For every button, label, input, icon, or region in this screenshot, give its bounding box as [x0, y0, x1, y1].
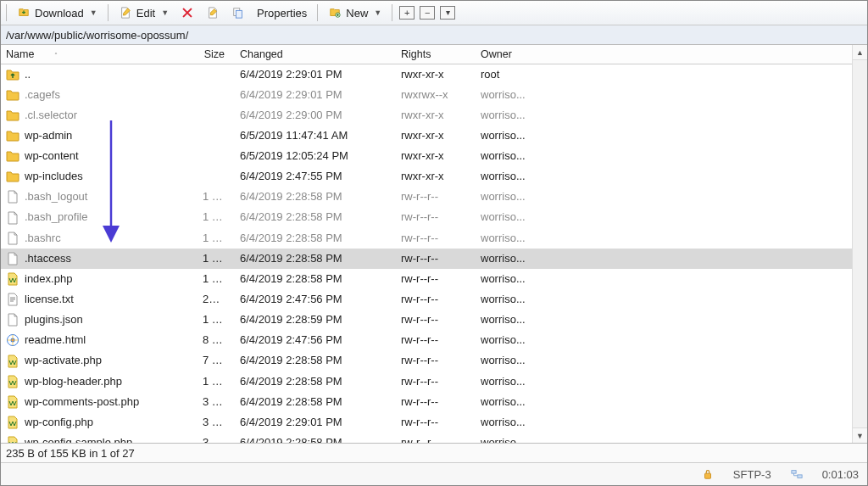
file-row[interactable]: .bash_logout1 KB6/4/2019 2:28:58 PMrw-r-…: [1, 187, 852, 207]
file-row[interactable]: wp-config.php3 KB6/4/2019 2:29:01 PMrw-r…: [1, 412, 852, 433]
file-changed: 6/4/2019 2:28:58 PM: [235, 269, 396, 289]
file-row[interactable]: wp-blog-header.php1 KB6/4/2019 2:28:58 P…: [1, 371, 852, 392]
dropdown-icon: ▼: [90, 8, 97, 17]
file-row[interactable]: .cagefs6/4/2019 2:29:01 PMrwxrwx--xworri…: [1, 85, 852, 105]
file-owner: worriso...: [476, 350, 548, 371]
col-name[interactable]: Name˄: [1, 45, 198, 64]
file-size: [198, 64, 235, 85]
file-row[interactable]: wp-comments-post.php3 KB6/4/2019 2:28:58…: [1, 392, 852, 412]
file-owner: worriso...: [476, 269, 548, 289]
file-changed: 6/4/2019 2:28:58 PM: [235, 249, 396, 269]
file-size: [198, 146, 235, 166]
path-bar[interactable]: /var/www/public/worrisome-opossum/: [1, 25, 867, 45]
file-rights: rwxr-xr-x: [396, 166, 476, 187]
file-rights: rwxr-xr-x: [396, 105, 476, 126]
file-owner: worriso...: [476, 330, 548, 350]
txt-icon: [6, 293, 19, 306]
file-rights: rwxr-xr-x: [396, 64, 476, 85]
file-size: [198, 126, 235, 146]
file-row[interactable]: plugins.json1 KB6/4/2019 2:28:59 PMrw-r-…: [1, 310, 852, 330]
file-name: .cl.selector: [25, 107, 77, 124]
file-owner: worriso...: [476, 228, 548, 249]
php-icon: [6, 355, 19, 368]
file-name: wp-blog-header.php: [25, 373, 122, 390]
delete-button[interactable]: [177, 4, 198, 21]
app-window: Download ▼ Edit ▼ Properties New ▼ +: [0, 0, 868, 486]
collapse-all-button[interactable]: −: [420, 6, 435, 20]
file-changed: 6/4/2019 2:47:56 PM: [235, 330, 396, 350]
file-icon: [6, 232, 19, 245]
rename-button[interactable]: [203, 4, 223, 21]
download-button[interactable]: Download ▼: [14, 4, 101, 21]
file-list: Name˄ Size Changed Rights Owner ..6/4/20…: [1, 45, 852, 443]
delete-icon: [181, 6, 194, 20]
col-size[interactable]: Size: [198, 45, 235, 64]
folder-up-icon: [6, 68, 19, 81]
file-name: wp-content: [25, 148, 79, 165]
file-row[interactable]: .cl.selector6/4/2019 2:29:00 PMrwxr-xr-x…: [1, 105, 852, 126]
file-rights: rw-r--r--: [396, 228, 476, 249]
file-size: 3 KB: [198, 392, 235, 412]
file-icon: [6, 252, 19, 265]
copy-button[interactable]: [228, 4, 248, 21]
col-spacer: [548, 45, 852, 64]
connection-status-bar: SFTP-3 0:01:03: [1, 462, 867, 485]
selection-status-bar: 235 B of 155 KB in 1 of 27: [1, 443, 867, 462]
new-folder-icon: [328, 6, 342, 20]
filter-button[interactable]: ▾: [440, 6, 455, 20]
current-path: /var/www/public/worrisome-opossum/: [6, 29, 188, 42]
file-rights: rw-r--r--: [396, 350, 476, 371]
file-owner: worriso...: [476, 310, 548, 330]
column-headers: Name˄ Size Changed Rights Owner: [1, 45, 852, 64]
file-rights: rw-r--r--: [396, 412, 476, 433]
expand-all-button[interactable]: +: [399, 6, 415, 20]
edit-button[interactable]: Edit ▼: [115, 4, 172, 21]
file-size: 1 KB: [198, 187, 235, 207]
php-icon: [6, 416, 19, 429]
file-rights: rwxr-xr-x: [396, 126, 476, 146]
file-row[interactable]: index.php1 KB6/4/2019 2:28:58 PMrw-r--r-…: [1, 269, 852, 289]
file-rights: rwxrwx--x: [396, 85, 476, 105]
file-icon: [6, 313, 19, 327]
new-button[interactable]: New ▼: [325, 4, 385, 21]
file-row[interactable]: readme.html8 KB6/4/2019 2:47:56 PMrw-r--…: [1, 330, 852, 350]
php-icon: [6, 375, 19, 388]
file-rights: rwxr-xr-x: [396, 146, 476, 166]
scroll-up-icon[interactable]: ▲: [853, 45, 867, 60]
file-changed: 6/4/2019 2:28:58 PM: [235, 371, 396, 392]
vertical-scrollbar[interactable]: ▲ ▼: [852, 45, 867, 443]
file-owner: worriso...: [476, 433, 548, 443]
file-rights: rw-r--r--: [396, 249, 476, 269]
scroll-down-icon[interactable]: ▼: [853, 427, 867, 443]
file-changed: 6/4/2019 2:28:59 PM: [235, 310, 396, 330]
file-row[interactable]: wp-admin6/5/2019 11:47:41 AMrwxr-xr-xwor…: [1, 126, 852, 146]
file-row[interactable]: wp-activate.php7 KB6/4/2019 2:28:58 PMrw…: [1, 350, 852, 371]
file-name: plugins.json: [25, 311, 83, 328]
file-row[interactable]: .bashrc1 KB6/4/2019 2:28:58 PMrw-r--r--w…: [1, 228, 852, 249]
properties-button[interactable]: Properties: [253, 5, 310, 21]
col-owner[interactable]: Owner: [476, 45, 548, 64]
php-icon: [6, 436, 19, 443]
file-rights: rw-r--r--: [396, 269, 476, 289]
lock-icon: [701, 467, 715, 481]
file-icon: [6, 211, 19, 225]
file-row[interactable]: .htaccess1 KB6/4/2019 2:28:58 PMrw-r--r-…: [1, 249, 852, 269]
file-owner: worriso...: [476, 207, 548, 227]
file-owner: worriso...: [476, 392, 548, 412]
file-size: 8 KB: [198, 330, 235, 350]
file-row[interactable]: .bash_profile1 KB6/4/2019 2:28:58 PMrw-r…: [1, 207, 852, 227]
file-row[interactable]: ..6/4/2019 2:29:01 PMrwxr-xr-xroot: [1, 64, 852, 85]
encryption-indicator: [701, 467, 715, 481]
file-name: wp-config.php: [25, 414, 93, 431]
col-changed[interactable]: Changed: [235, 45, 396, 64]
file-row[interactable]: license.txt20 KB6/4/2019 2:47:56 PMrw-r-…: [1, 289, 852, 310]
file-row[interactable]: wp-content6/5/2019 12:05:24 PMrwxr-xr-xw…: [1, 146, 852, 166]
elapsed-time: 0:01:03: [822, 468, 859, 481]
file-changed: 6/4/2019 2:29:01 PM: [235, 64, 396, 85]
copy-icon: [231, 6, 245, 20]
file-name: license.txt: [25, 291, 74, 308]
file-row[interactable]: wp-config-sample.php3 KB6/4/2019 2:28:58…: [1, 433, 852, 443]
file-row[interactable]: wp-includes6/4/2019 2:47:55 PMrwxr-xr-xw…: [1, 166, 852, 187]
file-changed: 6/4/2019 2:47:55 PM: [235, 166, 396, 187]
col-rights[interactable]: Rights: [396, 45, 476, 64]
